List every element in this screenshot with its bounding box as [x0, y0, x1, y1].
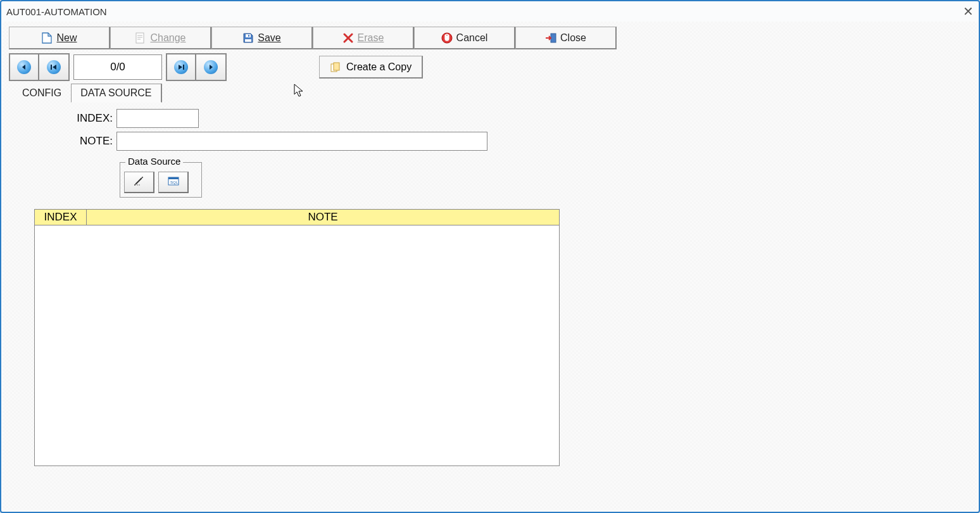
- document-edit-icon: [135, 32, 146, 44]
- exit-door-icon: [545, 32, 556, 44]
- stop-hand-icon: [441, 32, 453, 44]
- index-label: INDEX:: [34, 112, 116, 125]
- svg-rect-0: [136, 33, 144, 43]
- grid-header: INDEX NOTE: [34, 209, 560, 225]
- data-source-legend: Data Source: [125, 156, 183, 167]
- arrow-first-icon: [47, 60, 61, 74]
- cancel-button[interactable]: Cancel: [414, 27, 515, 49]
- save-disk-icon: [242, 32, 254, 44]
- tab-config[interactable]: CONFIG: [13, 84, 71, 103]
- svg-point-12: [137, 184, 137, 185]
- arrow-right-icon: [204, 60, 218, 74]
- index-input[interactable]: [116, 109, 199, 128]
- tab-config-label: CONFIG: [22, 87, 61, 98]
- data-source-groupbox: Data Source SQL: [120, 162, 202, 198]
- titlebar: AUT001-AUTOMATION ✕: [1, 1, 979, 22]
- new-button[interactable]: New: [9, 27, 110, 49]
- save-button[interactable]: Save: [211, 27, 313, 49]
- change-label: Change: [150, 32, 185, 44]
- save-label: Save: [258, 32, 280, 44]
- copy-doc-icon: [330, 61, 341, 73]
- arrow-last-icon: [174, 60, 188, 74]
- svg-rect-7: [183, 65, 184, 70]
- data-grid: INDEX NOTE: [34, 209, 560, 466]
- cancel-label: Cancel: [456, 32, 488, 44]
- sql-window-icon: SQL: [168, 177, 179, 188]
- create-copy-button[interactable]: Create a Copy: [319, 56, 423, 79]
- main-toolbar: New Change Save Erase: [9, 27, 971, 49]
- data-source-wizard-button[interactable]: [124, 172, 154, 193]
- svg-point-13: [139, 184, 139, 185]
- svg-rect-6: [51, 65, 52, 70]
- svg-point-10: [142, 177, 143, 178]
- grid-col-note[interactable]: NOTE: [86, 209, 560, 225]
- svg-point-11: [134, 184, 135, 186]
- svg-text:SQL: SQL: [170, 180, 179, 184]
- close-button[interactable]: Close: [515, 27, 617, 49]
- svg-rect-15: [168, 177, 179, 179]
- close-label: Close: [560, 32, 586, 44]
- new-file-icon: [41, 32, 53, 44]
- svg-rect-3: [245, 39, 251, 42]
- nav-prev-group: [9, 53, 70, 81]
- record-pager: 0/0: [73, 54, 162, 80]
- note-input[interactable]: [116, 132, 487, 151]
- note-label: NOTE:: [34, 135, 116, 148]
- erase-button[interactable]: Erase: [313, 27, 414, 49]
- svg-rect-2: [248, 35, 249, 37]
- nav-last-button[interactable]: [167, 54, 196, 80]
- grid-col-index[interactable]: INDEX: [34, 209, 86, 225]
- svg-rect-9: [334, 63, 339, 70]
- wand-icon: [134, 176, 145, 189]
- new-label: New: [56, 32, 77, 44]
- tab-data-source[interactable]: DATA SOURCE: [71, 84, 161, 103]
- nav-next-button[interactable]: [196, 54, 225, 80]
- close-icon[interactable]: ✕: [963, 5, 974, 18]
- create-copy-label: Create a Copy: [346, 61, 411, 73]
- pager-value: 0/0: [110, 61, 125, 73]
- change-button[interactable]: Change: [110, 27, 211, 49]
- nav-prev-button[interactable]: [10, 54, 39, 80]
- app-window: AUT001-AUTOMATION ✕ New Change S: [0, 0, 980, 513]
- tab-data-source-label: DATA SOURCE: [80, 87, 151, 98]
- grid-body[interactable]: [34, 225, 560, 466]
- tab-strip: CONFIG DATA SOURCE: [13, 84, 971, 103]
- data-source-sql-button[interactable]: SQL: [158, 172, 189, 193]
- nav-first-button[interactable]: [39, 54, 68, 80]
- erase-label: Erase: [358, 32, 384, 44]
- erase-x-icon: [342, 32, 354, 44]
- note-row: NOTE:: [34, 132, 971, 151]
- index-row: INDEX:: [34, 109, 971, 128]
- record-nav-row: 0/0 Create a Copy: [9, 53, 971, 81]
- nav-next-group: [166, 53, 227, 81]
- content-area: New Change Save Erase: [3, 22, 977, 510]
- window-title: AUT001-AUTOMATION: [6, 6, 107, 17]
- arrow-left-icon: [17, 60, 31, 74]
